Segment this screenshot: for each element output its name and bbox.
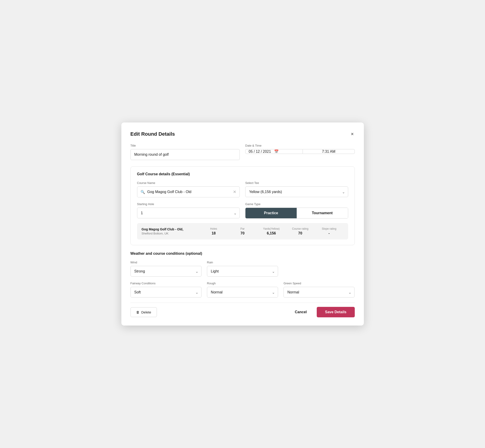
green-speed-wrap: SlowNormalFastVery Fast ⌄ xyxy=(283,287,355,297)
date-input-wrap[interactable]: 05 / 12 / 2021 📅 xyxy=(245,149,303,154)
green-speed-dropdown[interactable]: SlowNormalFastVery Fast xyxy=(283,287,355,297)
course-info-name-main: Gog Magog Golf Club - Old, xyxy=(142,227,199,231)
save-button[interactable]: Save Details xyxy=(317,307,355,317)
slope-rating-stat: Slope rating - xyxy=(315,227,344,235)
slope-rating-value: - xyxy=(315,231,344,235)
trash-icon: 🗑 xyxy=(136,310,140,314)
select-tee-col: Select Tee Yellow (6,156 yards) White (6… xyxy=(245,181,348,197)
weather-section: Weather and course conditions (optional)… xyxy=(130,252,355,297)
starting-hole-col: Starting Hole 1234 5678 910 ⌄ xyxy=(137,202,240,218)
datetime-field-group: Date & Time 05 / 12 / 2021 📅 7:31 AM xyxy=(245,144,355,160)
wind-dropdown[interactable]: CalmLightModerateStrong xyxy=(130,266,202,277)
rain-wrap: NoneLightModerateHeavy ⌄ xyxy=(207,266,278,277)
slope-rating-label: Slope rating xyxy=(315,227,344,230)
select-tee-dropdown[interactable]: Yellow (6,156 yards) White (6,500 yards)… xyxy=(245,186,348,197)
rain-label: Rain xyxy=(207,261,278,264)
par-label: Par xyxy=(228,227,257,230)
footer-right: Cancel Save Details xyxy=(291,307,355,317)
course-name-col: Course Name 🔍 ✕ xyxy=(137,181,240,197)
modal-header: Edit Round Details × xyxy=(130,131,355,137)
holes-stat: Holes 18 xyxy=(199,227,228,235)
title-label: Title xyxy=(130,144,240,147)
rough-col: Rough ShortNormalLongVery Long ⌄ xyxy=(207,282,278,297)
tournament-button[interactable]: Tournament xyxy=(297,208,348,218)
search-icon: 🔍 xyxy=(140,190,145,194)
close-button[interactable]: × xyxy=(350,131,355,137)
calendar-icon: 📅 xyxy=(274,149,300,154)
course-rating-value: 70 xyxy=(286,231,315,235)
rough-label: Rough xyxy=(207,282,278,285)
date-value: 05 / 12 / 2021 xyxy=(249,150,274,154)
footer: 🗑 Delete Cancel Save Details xyxy=(130,303,355,317)
starting-hole-label: Starting Hole xyxy=(137,202,240,206)
fairway-dropdown[interactable]: WetSoftNormalFirmHard xyxy=(130,287,202,297)
golf-course-section: Golf Course details (Essential) Course N… xyxy=(130,166,355,245)
fairway-label: Fairway Conditions xyxy=(130,282,202,285)
holes-label: Holes xyxy=(199,227,228,230)
course-row-1: Course Name 🔍 ✕ Select Tee Yellow (6,156… xyxy=(137,181,348,197)
title-input[interactable] xyxy=(130,149,240,160)
course-info-name: Gog Magog Golf Club - Old, Shelford Bott… xyxy=(142,227,199,235)
course-info-bar: Gog Magog Golf Club - Old, Shelford Bott… xyxy=(137,223,348,240)
holes-value: 18 xyxy=(199,231,228,235)
game-type-label: Game Type xyxy=(245,202,348,206)
starting-hole-dropdown[interactable]: 1234 5678 910 xyxy=(137,208,240,218)
practice-button[interactable]: Practice xyxy=(245,208,297,218)
edit-round-modal: Edit Round Details × Title Date & Time 0… xyxy=(121,122,364,326)
par-stat: Par 70 xyxy=(228,227,257,235)
par-value: 70 xyxy=(228,231,257,235)
weather-section-title: Weather and course conditions (optional) xyxy=(130,252,355,256)
rough-wrap: ShortNormalLongVery Long ⌄ xyxy=(207,287,278,297)
course-info-location: Shelford Bottom, UK xyxy=(142,232,199,235)
yards-stat: Yards(Yellow) 6,156 xyxy=(257,227,286,235)
datetime-inputs: 05 / 12 / 2021 📅 7:31 AM xyxy=(245,149,355,154)
wind-wrap: CalmLightModerateStrong ⌄ xyxy=(130,266,202,277)
fairway-wrap: WetSoftNormalFirmHard ⌄ xyxy=(130,287,202,297)
course-rating-label: Course rating xyxy=(286,227,315,230)
time-value: 7:31 AM xyxy=(322,150,335,154)
weather-row-1: Wind CalmLightModerateStrong ⌄ Rain None… xyxy=(130,261,355,277)
datetime-label: Date & Time xyxy=(245,144,355,147)
select-tee-wrap: Yellow (6,156 yards) White (6,500 yards)… xyxy=(245,186,348,197)
title-field-group: Title xyxy=(130,144,240,160)
rain-col: Rain NoneLightModerateHeavy ⌄ xyxy=(207,261,278,277)
course-name-input[interactable] xyxy=(147,187,232,197)
top-fields: Title Date & Time 05 / 12 / 2021 📅 7:31 … xyxy=(130,144,355,160)
starting-hole-wrap: 1234 5678 910 ⌄ xyxy=(137,208,240,218)
clear-icon[interactable]: ✕ xyxy=(233,189,236,194)
yards-label: Yards(Yellow) xyxy=(257,227,286,230)
rough-dropdown[interactable]: ShortNormalLongVery Long xyxy=(207,287,278,297)
rain-dropdown[interactable]: NoneLightModerateHeavy xyxy=(207,266,278,277)
wind-col: Wind CalmLightModerateStrong ⌄ xyxy=(130,261,202,277)
wind-label: Wind xyxy=(130,261,202,264)
course-name-wrap: 🔍 ✕ xyxy=(137,186,240,197)
golf-section-title: Golf Course details (Essential) xyxy=(137,172,348,176)
weather-row-2: Fairway Conditions WetSoftNormalFirmHard… xyxy=(130,282,355,297)
cancel-button[interactable]: Cancel xyxy=(291,307,310,317)
course-row-2: Starting Hole 1234 5678 910 ⌄ Game Type … xyxy=(137,202,348,218)
course-name-label: Course Name xyxy=(137,181,240,185)
game-type-toggle: Practice Tournament xyxy=(245,208,348,218)
delete-button[interactable]: 🗑 Delete xyxy=(130,307,157,317)
fairway-col: Fairway Conditions WetSoftNormalFirmHard… xyxy=(130,282,202,297)
game-type-col: Game Type Practice Tournament xyxy=(245,202,348,218)
course-rating-stat: Course rating 70 xyxy=(286,227,315,235)
select-tee-label: Select Tee xyxy=(245,181,348,185)
green-speed-col: Green Speed SlowNormalFastVery Fast ⌄ xyxy=(283,282,355,297)
green-speed-label: Green Speed xyxy=(283,282,355,285)
modal-title: Edit Round Details xyxy=(130,131,175,137)
delete-label: Delete xyxy=(141,310,151,314)
yards-value: 6,156 xyxy=(257,231,286,235)
time-input-wrap[interactable]: 7:31 AM xyxy=(303,149,355,154)
